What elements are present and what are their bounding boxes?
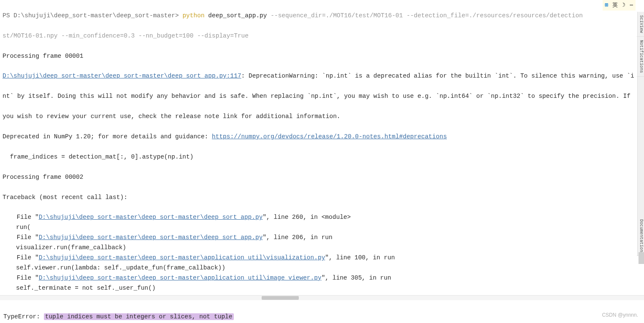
error-line: TypeError: tuple indices must be integer… [0,312,644,322]
windows-icon: ⊞ [605,1,609,10]
traceback-frame: File "D:\shujuji\deep_sort-master\deep_s… [3,273,641,283]
terminal-output[interactable]: PS D:\shujuji\deep_sort-master\deep_sort… [0,0,644,295]
traceback-file-link[interactable]: D:\shujuji\deep_sort-master\deep_sort-ma… [39,234,263,241]
right-sidebar: SciView Notifications Documentation [637,12,644,256]
python-keyword: python [182,12,204,19]
traceback-file-link[interactable]: D:\shujuji\deep_sort-master\deep_sort-ma… [39,275,322,281]
deprecated-prefix: Deprecated in NumPy 1.20; for more detai… [3,133,212,140]
traceback-frame: File "D:\shujuji\deep_sort-master\deep_s… [3,253,641,263]
moon-icon[interactable]: ☽ [622,1,625,10]
file-prefix: File " [9,275,39,281]
file-prefix: File " [9,254,39,261]
warning-text-2: nt` by itself. Doing this will not modif… [3,92,641,102]
traceback-frame: File "D:\shujuji\deep_sort-master\deep_s… [3,213,641,223]
traceback-file-link[interactable]: D:\shujuji\deep_sort-master\deep_sort-ma… [39,214,263,221]
traceback-location: ", line 260, in <module> [262,214,351,221]
numpy-docs-link[interactable]: https://numpy.org/devdocs/release/1.20.0… [212,133,447,140]
command-line: PS D:\shujuji\deep_sort-master\deep_sort… [3,11,641,21]
traceback-location: ", line 305, in run [322,275,391,281]
traceback-location: ", line 206, in run [262,234,332,241]
ime-language[interactable]: 英 [612,1,618,10]
traceback-code: self.viewer.run(lambda: self._update_fun… [3,263,641,273]
log-processing-1: Processing frame 00001 [3,51,641,62]
vertical-scrollbar-thumb[interactable] [639,252,644,264]
traceback-header: Traceback (most recent call last): [3,193,641,203]
watermark: CSDN @ynnnn. [602,311,638,320]
script-name: deep_sort_app.py [205,12,271,19]
shell-prompt: PS D:\shujuji\deep_sort-master\deep_sort… [3,12,182,19]
sciview-tab[interactable]: SciView [637,12,644,37]
system-tray: ⊞ 英 ☽ ⋯ [603,0,636,11]
tray-more-icon[interactable]: ⋯ [630,1,633,10]
warning-source-link[interactable]: D:\shujuji\deep_sort-master\deep_sort-ma… [3,73,241,79]
documentation-tab[interactable]: Documentation [637,216,644,256]
traceback-code: visualizer.run(frame_callback) [3,243,641,253]
horizontal-scrollbar-thumb[interactable] [262,296,299,300]
horizontal-scrollbar[interactable] [0,295,644,300]
traceback-file-link[interactable]: D:\shujuji\deep_sort-master\deep_sort-ma… [39,254,325,261]
file-prefix: File " [9,234,39,241]
traceback-frame: File "D:\shujuji\deep_sort-master\deep_s… [3,233,641,243]
script-args-1: --sequence_dir=./MOT16/test/MOT16-01 --d… [271,12,583,19]
traceback-location: ", line 100, in run [325,254,395,261]
warning-code: frame_indices = detection_mat[:, 0].asty… [3,152,641,162]
file-prefix: File " [9,214,39,221]
log-processing-2: Processing frame 00002 [3,172,641,183]
warning-text-3: you wish to review your current use, che… [3,112,641,122]
deprecated-note: Deprecated in NumPy 1.20; for more detai… [3,132,641,142]
warning-text-1: : DeprecationWarning: `np.int` is a depr… [241,73,634,79]
error-type: TypeError: [3,313,44,320]
traceback-code: run( [3,223,641,233]
script-args-2: st/MOT16-01.npy --min_confidence=0.3 --n… [3,31,641,41]
notifications-tab[interactable]: Notifications [637,37,644,77]
traceback-code: self._terminate = not self._user_fun() [3,283,641,293]
error-message: tuple indices must be integers or slices… [44,313,234,320]
deprecation-warning-line1: D:\shujuji\deep_sort-master\deep_sort-ma… [3,71,641,81]
